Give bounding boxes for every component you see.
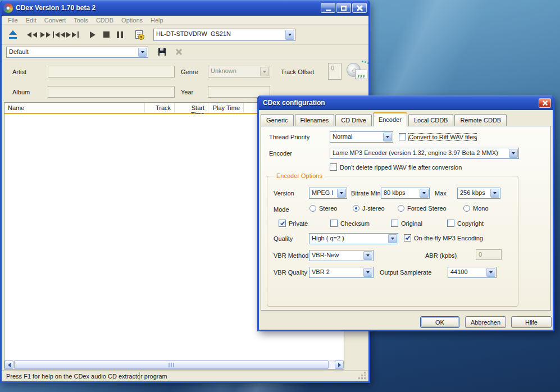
previous-track-button[interactable] <box>52 27 66 43</box>
encoder-dropdown-button[interactable] <box>509 149 518 158</box>
thread-priority-combobox[interactable]: Normal <box>330 131 393 143</box>
radio-circle[interactable] <box>309 205 316 212</box>
vbr-quality-dropdown-button[interactable] <box>363 268 372 277</box>
delete-profile-button[interactable] <box>172 44 185 60</box>
menu-help[interactable]: Help <box>147 16 167 24</box>
save-profile-button[interactable] <box>155 44 169 60</box>
bitrate-max-combobox[interactable]: 256 kbps <box>457 188 500 199</box>
menu-convert[interactable]: Convert <box>40 16 70 24</box>
quality-combobox[interactable]: High ( q=2 ) <box>309 233 398 244</box>
artist-field[interactable] <box>48 66 175 78</box>
mode-jstereo-radio[interactable]: J-stereo <box>353 205 385 212</box>
maximize-button[interactable] <box>336 3 351 13</box>
ok-button[interactable]: OK <box>420 316 459 328</box>
menu-options[interactable]: Options <box>117 16 147 24</box>
copyright-checkbox[interactable]: Copyright <box>447 220 484 227</box>
column-start-time[interactable]: Start Time <box>175 103 208 113</box>
profile-dropdown-button[interactable] <box>138 48 147 57</box>
artist-label: Artist <box>12 69 26 76</box>
scroll-left-button[interactable] <box>4 361 13 369</box>
album-label: Album <box>12 89 30 96</box>
checksum-checkbox[interactable]: Checksum <box>330 220 370 227</box>
checkbox-box[interactable] <box>391 220 398 227</box>
samplerate-dropdown-button[interactable] <box>486 268 495 277</box>
checkbox-box[interactable] <box>399 133 406 140</box>
tab-remote-cddb[interactable]: Remote CDDB <box>454 114 507 126</box>
extract-tracks-icon[interactable] <box>346 58 368 85</box>
cancel-button[interactable]: Abbrechen <box>465 316 506 328</box>
dialog-close-button[interactable] <box>539 98 551 108</box>
mode-mono-radio[interactable]: Mono <box>463 205 489 212</box>
vbr-quality-combobox[interactable]: VBR 2 <box>309 267 374 278</box>
vbr-method-dropdown-button[interactable] <box>363 251 372 260</box>
resize-grip[interactable] <box>358 372 366 380</box>
encoder-combobox[interactable]: Lame MP3 Encoder (version 1.32, engine 3… <box>330 148 519 159</box>
minimize-button[interactable] <box>321 3 335 13</box>
samplerate-label: Output Samplerate <box>380 269 431 276</box>
column-play-time[interactable]: Play Time <box>208 103 244 113</box>
checkbox-box[interactable] <box>447 220 454 227</box>
chevron-down-icon <box>422 192 426 194</box>
version-dropdown-button[interactable] <box>337 189 346 198</box>
radio-circle[interactable] <box>463 205 470 212</box>
checkbox-box[interactable] <box>330 163 337 171</box>
dialog-titlebar[interactable]: CDex configuration <box>257 95 554 110</box>
samplerate-combobox[interactable]: 44100 <box>448 267 497 278</box>
quality-dropdown-button[interactable] <box>388 234 397 243</box>
private-checkbox[interactable]: Private <box>279 220 308 227</box>
genre-combobox[interactable]: Unknown <box>208 66 270 78</box>
abr-field[interactable]: 0 <box>476 249 502 260</box>
cd-info-button[interactable] <box>132 27 145 43</box>
track-offset-field[interactable]: 0 <box>328 63 342 80</box>
radio-circle[interactable] <box>398 205 404 212</box>
thread-priority-dropdown-button[interactable] <box>383 133 392 142</box>
genre-dropdown-button[interactable] <box>260 67 269 76</box>
album-field[interactable] <box>48 86 175 98</box>
original-checkbox[interactable]: Original <box>391 220 422 227</box>
rewind-button[interactable] <box>25 27 39 43</box>
tab-cd-drive[interactable]: CD Drive <box>335 114 372 126</box>
stop-button[interactable] <box>99 27 113 43</box>
scrollbar-thumb[interactable] <box>14 361 329 369</box>
tab-encoder[interactable]: Encoder <box>373 112 407 126</box>
menu-edit[interactable]: Edit <box>22 16 40 24</box>
next-track-button[interactable] <box>66 27 79 43</box>
tab-filenames[interactable]: Filenames <box>295 114 335 126</box>
radio-circle[interactable] <box>353 205 359 212</box>
bitrate-min-combobox[interactable]: 80 kbps <box>381 188 430 199</box>
cd-drive-combobox[interactable]: HL-DT-STDVDRW GS21N <box>153 29 295 41</box>
mode-forced-stereo-radio[interactable]: Forced Stereo <box>398 205 447 212</box>
column-track[interactable]: Track <box>145 103 175 113</box>
help-button[interactable]: Hilfe <box>511 316 552 328</box>
tab-local-cddb[interactable]: Local CDDB <box>408 114 454 126</box>
tab-generic[interactable]: Generic <box>261 114 294 126</box>
cd-drive-dropdown-button[interactable] <box>285 30 294 40</box>
close-button[interactable] <box>352 3 367 13</box>
main-window-titlebar[interactable]: CDex Version 1.70 beta 2 <box>0 0 370 16</box>
scroll-right-button[interactable] <box>335 361 344 369</box>
pause-button[interactable] <box>113 27 126 43</box>
bitrate-max-value: 256 kbps <box>458 188 490 198</box>
eject-button[interactable] <box>6 27 20 43</box>
menu-file[interactable]: File <box>4 16 22 24</box>
on-the-fly-checkbox[interactable]: On-the-fly MP3 Encoding <box>404 234 483 241</box>
mode-stereo-radio[interactable]: Stereo <box>309 205 337 212</box>
vbr-method-value: VBR-New <box>309 250 363 261</box>
profile-combobox[interactable]: Default <box>6 47 148 58</box>
fast-forward-button[interactable] <box>39 27 52 43</box>
dont-delete-checkbox[interactable]: Don't delete ripped WAV file after conve… <box>330 163 462 171</box>
vbr-method-combobox[interactable]: VBR-New <box>309 250 374 261</box>
convert-riff-checkbox[interactable]: Convert to Riff WAV files <box>399 133 476 140</box>
checkbox-box[interactable] <box>330 220 338 227</box>
version-combobox[interactable]: MPEG I <box>309 188 347 199</box>
column-name[interactable]: Name <box>4 103 145 113</box>
checkbox-box[interactable] <box>404 234 411 241</box>
bitrate-min-dropdown-button[interactable] <box>420 189 429 198</box>
play-button[interactable] <box>86 27 99 43</box>
encoder-options-group: Encoder Options Version MPEG I Bitrate M… <box>267 176 518 307</box>
checkbox-box[interactable] <box>279 220 286 227</box>
bitrate-max-dropdown-button[interactable] <box>490 189 499 198</box>
scrollbar-track[interactable] <box>329 361 335 369</box>
menu-tools[interactable]: Tools <box>70 16 92 24</box>
menu-cddb[interactable]: CDDB <box>92 16 117 24</box>
